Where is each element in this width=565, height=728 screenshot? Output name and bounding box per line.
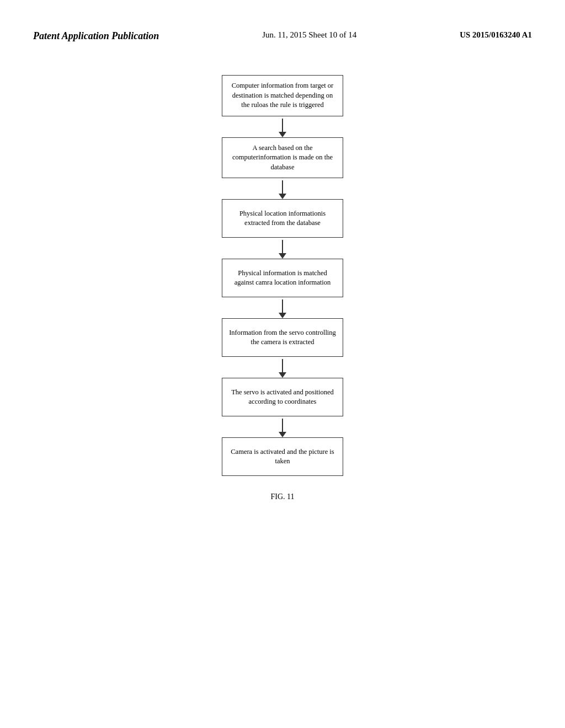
arrow-4 bbox=[279, 297, 286, 318]
arrow-line bbox=[282, 419, 283, 432]
arrow-line bbox=[282, 180, 283, 194]
arrow-head bbox=[279, 132, 286, 137]
flow-box-5: Information from the servo controlling t… bbox=[222, 318, 343, 357]
arrow-head bbox=[279, 313, 286, 318]
arrow-2 bbox=[279, 178, 286, 199]
arrow-head bbox=[279, 194, 286, 199]
publication-title: Patent Application Publication bbox=[33, 30, 159, 42]
arrow-5 bbox=[279, 357, 286, 378]
flow-box-1: Computer information from target or dest… bbox=[222, 75, 343, 116]
flow-box-3: Physical location informationis extracte… bbox=[222, 199, 343, 238]
arrow-1 bbox=[279, 116, 286, 137]
figure-label: FIG. 11 bbox=[270, 493, 294, 501]
sheet-info: Jun. 11, 2015 Sheet 10 of 14 bbox=[262, 30, 356, 40]
arrow-6 bbox=[279, 416, 286, 437]
arrow-head bbox=[279, 432, 286, 437]
arrow-head bbox=[279, 253, 286, 259]
page-header: Patent Application Publication Jun. 11, … bbox=[0, 0, 565, 53]
arrow-line bbox=[282, 240, 283, 253]
patent-page: Patent Application Publication Jun. 11, … bbox=[0, 0, 565, 728]
arrow-line bbox=[282, 299, 283, 313]
arrow-head bbox=[279, 372, 286, 378]
flow-box-2: A search based on the computerinformatio… bbox=[222, 137, 343, 179]
flow-box-7: Camera is activated and the picture is t… bbox=[222, 437, 343, 476]
patent-number: US 2015/0163240 A1 bbox=[460, 30, 532, 40]
flow-box-6: The servo is activated and positioned ac… bbox=[222, 378, 343, 416]
arrow-line bbox=[282, 119, 283, 132]
arrow-line bbox=[282, 359, 283, 372]
flowchart: Computer information from target or dest… bbox=[0, 53, 565, 518]
arrow-3 bbox=[279, 238, 286, 259]
flow-box-4: Physical information is matched against … bbox=[222, 259, 343, 297]
